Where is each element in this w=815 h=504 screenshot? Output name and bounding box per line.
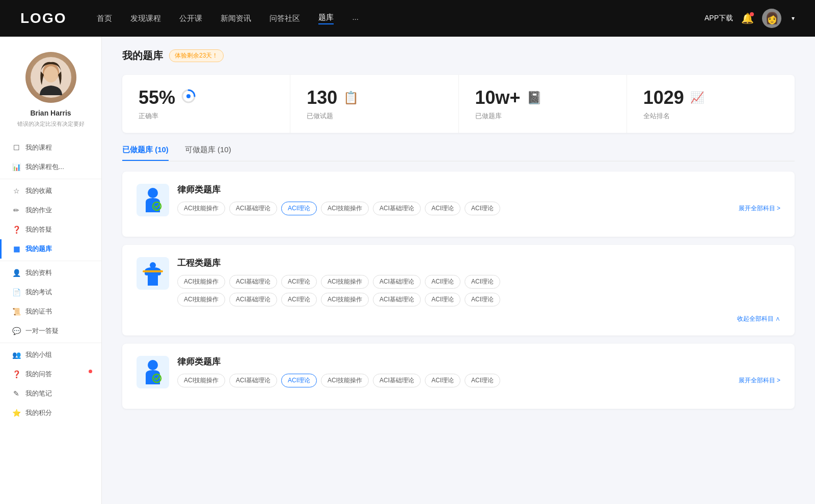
page-title: 我的题库 [122, 49, 163, 63]
qbank-info-lawyer2: 律师类题库 ACI技能操作 ACI基础理论 ACI理论 ACI技能操作 ACI基… [177, 356, 780, 387]
avatar-dropdown-chevron[interactable]: ▾ [792, 15, 795, 22]
logo: LOGO [20, 10, 66, 26]
sidebar-label: 我的作业 [25, 206, 89, 215]
avatar-image [25, 52, 76, 103]
sidebar-item-my-course-pkg[interactable]: 📊 我的课程包... [0, 157, 101, 177]
nav-link-home[interactable]: 首页 [97, 14, 112, 23]
sidebar-label: 我的课程包... [25, 162, 89, 172]
sidebar-menu: ☐ 我的课程 📊 我的课程包... ☆ 我的收藏 ✏ 我的作业 ❓ 我的答疑 ▦ [0, 138, 101, 423]
tag[interactable]: ACI理论 [281, 293, 317, 306]
svg-point-4 [186, 94, 191, 98]
done-banks-icon: 📓 [527, 91, 542, 105]
expand-button-lawyer1[interactable]: 展开全部科目 > [739, 204, 780, 213]
nav-link-news[interactable]: 新闻资讯 [221, 14, 251, 23]
tag[interactable]: ACI技能操作 [177, 202, 225, 215]
sidebar-label: 我的题库 [25, 244, 89, 254]
tag[interactable]: ACI技能操作 [177, 374, 225, 387]
favorites-icon: ☆ [12, 187, 20, 195]
stats-row: 55% 正确率 130 📋 已做试题 10w+ 📓 [122, 75, 795, 133]
sidebar-item-my-exam[interactable]: 📄 我的考试 [0, 283, 101, 302]
tag[interactable]: ACI基础理论 [373, 275, 421, 289]
accuracy-value: 55% [139, 87, 175, 108]
sidebar-item-my-homework[interactable]: ✏ 我的作业 [0, 201, 101, 220]
sidebar-divider-2 [0, 261, 101, 261]
qbank-header-lawyer2: 律师类题库 ACI技能操作 ACI基础理论 ACI理论 ACI技能操作 ACI基… [137, 356, 780, 388]
nav-link-open-course[interactable]: 公开课 [179, 14, 202, 23]
qbank-header-engineer: 工程类题库 ACI技能操作 ACI基础理论 ACI理论 ACI技能操作 ACI基… [137, 257, 780, 306]
nav-link-more[interactable]: ··· [352, 14, 359, 23]
lawyer-icon-wrap [137, 184, 169, 216]
sidebar-item-my-qbank[interactable]: ▦ 我的题库 [0, 239, 101, 259]
tag[interactable]: ACI技能操作 [177, 275, 225, 289]
sidebar-item-my-question[interactable]: ❓ 我的问答 [0, 365, 101, 384]
tags-row-engineer1-r1: ACI技能操作 ACI基础理论 ACI理论 ACI技能操作 ACI基础理论 AC… [177, 275, 780, 289]
expand-button-lawyer2[interactable]: 展开全部科目 > [739, 376, 780, 385]
qbank-title-lawyer2: 律师类题库 [177, 356, 780, 368]
nav-link-qa[interactable]: 问答社区 [269, 14, 300, 23]
sidebar-label: 我的考试 [25, 288, 89, 297]
tag[interactable]: ACI理论 [465, 202, 500, 215]
sidebar-item-my-profile[interactable]: 👤 我的资料 [0, 263, 101, 283]
notification-bell[interactable]: 🔔 [741, 12, 754, 24]
course-pkg-icon: 📊 [12, 163, 20, 171]
tag[interactable]: ACI技能操作 [177, 293, 225, 306]
tab-available-banks[interactable]: 可做题库 (10) [185, 145, 231, 161]
tab-done-banks[interactable]: 已做题库 (10) [122, 145, 169, 161]
tag[interactable]: ACI理论 [425, 293, 460, 306]
user-avatar[interactable]: 👩 [762, 9, 781, 28]
done-questions-label: 已做试题 [307, 111, 442, 121]
user-motto: 错误的决定比没有决定要好 [12, 120, 90, 128]
tag[interactable]: ACI理论 [281, 275, 317, 289]
tag-active[interactable]: ACI理论 [281, 202, 317, 215]
tag[interactable]: ACI基础理论 [229, 202, 277, 215]
tag[interactable]: ACI基础理论 [229, 293, 277, 306]
notification-dot [750, 12, 754, 16]
sidebar: Brian Harris 错误的决定比没有决定要好 ☐ 我的课程 📊 我的课程包… [0, 37, 102, 504]
tag[interactable]: ACI理论 [465, 293, 500, 306]
tag[interactable]: ACI基础理论 [373, 202, 421, 215]
svg-point-8 [150, 262, 156, 268]
sidebar-divider [0, 179, 101, 179]
tag[interactable]: ACI技能操作 [321, 293, 369, 306]
tag[interactable]: ACI理论 [425, 275, 460, 289]
sidebar-label: 我的笔记 [25, 389, 89, 398]
sidebar-item-my-course[interactable]: ☐ 我的课程 [0, 138, 101, 157]
stat-done-banks: 10w+ 📓 已做题库 [459, 75, 627, 133]
sidebar-item-my-favorites[interactable]: ☆ 我的收藏 [0, 181, 101, 201]
sidebar-item-my-group[interactable]: 👥 我的小组 [0, 345, 101, 365]
tag-active[interactable]: ACI理论 [281, 374, 317, 387]
tags-row-lawyer2: ACI技能操作 ACI基础理论 ACI理论 ACI技能操作 ACI基础理论 AC… [177, 374, 780, 387]
app-download-button[interactable]: APP下载 [704, 14, 733, 23]
tag[interactable]: ACI基础理论 [229, 374, 277, 387]
sidebar-label: 我的小组 [25, 350, 89, 359]
sidebar-item-one-on-one[interactable]: 💬 一对一答疑 [0, 321, 101, 341]
tag[interactable]: ACI技能操作 [321, 275, 369, 289]
collapse-button-engineer1[interactable]: 收起全部科目 ∧ [737, 315, 780, 323]
tag[interactable]: ACI技能操作 [321, 374, 369, 387]
nav-right: APP下载 🔔 👩 ▾ [704, 9, 795, 28]
tag[interactable]: ACI基础理论 [373, 374, 421, 387]
nav-link-qbank[interactable]: 题库 [318, 13, 334, 24]
accuracy-label: 正确率 [139, 111, 274, 121]
tag[interactable]: ACI技能操作 [321, 202, 369, 215]
one-on-one-icon: 💬 [12, 327, 20, 335]
stat-value-row: 130 📋 [307, 87, 442, 108]
tag[interactable]: ACI理论 [465, 374, 500, 387]
sidebar-item-my-points[interactable]: ⭐ 我的积分 [0, 403, 101, 423]
sidebar-item-my-qa[interactable]: ❓ 我的答疑 [0, 220, 101, 239]
page-header: 我的题库 体验剩余23天！ [122, 49, 795, 63]
notes-icon: ✎ [12, 389, 20, 398]
rank-label: 全站排名 [643, 111, 778, 121]
sidebar-item-my-notes[interactable]: ✎ 我的笔记 [0, 384, 101, 403]
tag[interactable]: ACI理论 [425, 202, 460, 215]
nav-link-discover[interactable]: 发现课程 [130, 14, 161, 23]
course-icon: ☐ [12, 144, 20, 152]
sidebar-label: 我的问答 [25, 370, 89, 379]
tag[interactable]: ACI基础理论 [229, 275, 277, 289]
tag[interactable]: ACI理论 [465, 275, 500, 289]
tag[interactable]: ACI基础理论 [373, 293, 421, 306]
qbank-header: 律师类题库 ACI技能操作 ACI基础理论 ACI理论 ACI技能操作 ACI基… [137, 184, 780, 216]
sidebar-item-my-cert[interactable]: 📜 我的证书 [0, 302, 101, 321]
group-icon: 👥 [12, 351, 20, 359]
tag[interactable]: ACI理论 [425, 374, 460, 387]
